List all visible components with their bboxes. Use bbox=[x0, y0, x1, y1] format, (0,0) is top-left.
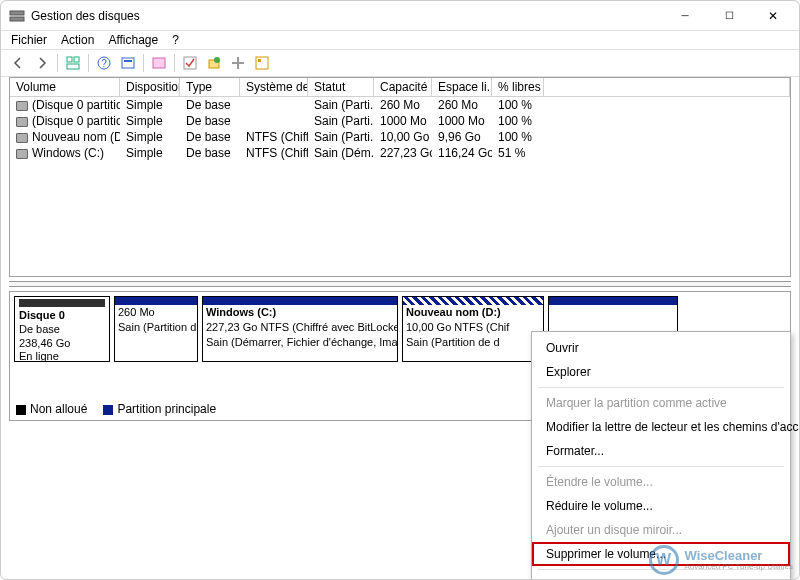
splitter[interactable] bbox=[9, 281, 791, 287]
partition-line2: Sain (Partition du bbox=[115, 320, 197, 335]
cell-statut: Sain (Dém... bbox=[308, 145, 374, 161]
cell-espace: 260 Mo bbox=[432, 97, 492, 113]
maximize-button[interactable]: ☐ bbox=[707, 2, 751, 30]
context-menu-separator bbox=[538, 466, 784, 467]
cell-capacite: 227,23 Go bbox=[374, 145, 432, 161]
cell-statut: Sain (Parti... bbox=[308, 113, 374, 129]
partition[interactable]: 260 MoSain (Partition du bbox=[114, 296, 198, 362]
menu-fichier[interactable]: Fichier bbox=[11, 33, 47, 47]
cell-pct: 100 % bbox=[492, 129, 544, 145]
disk-info[interactable]: Disque 0 De base 238,46 Go En ligne bbox=[14, 296, 110, 362]
col-volume[interactable]: Volume bbox=[10, 78, 120, 97]
properties-icon[interactable] bbox=[251, 52, 273, 74]
menu-help[interactable]: ? bbox=[172, 33, 179, 47]
cell-espace: 9,96 Go bbox=[432, 129, 492, 145]
svg-rect-16 bbox=[258, 59, 261, 62]
col-type[interactable]: Type bbox=[180, 78, 240, 97]
cell-pct: 100 % bbox=[492, 97, 544, 113]
svg-rect-2 bbox=[67, 57, 72, 62]
partition[interactable]: Nouveau nom (D:)10,00 Go NTFS (ChifSain … bbox=[402, 296, 544, 362]
cell-volume: (Disque 0 partition... bbox=[32, 114, 120, 128]
toolbar-divider bbox=[88, 54, 89, 72]
legend-swatch-primary bbox=[103, 405, 113, 415]
context-menu-item[interactable]: Modifier la lettre de lecteur et les che… bbox=[532, 415, 790, 439]
svg-rect-0 bbox=[10, 11, 24, 15]
cell-espace: 1000 Mo bbox=[432, 113, 492, 129]
svg-rect-10 bbox=[184, 57, 196, 69]
cell-volume: Windows (C:) bbox=[32, 146, 104, 160]
app-icon bbox=[9, 8, 25, 24]
cell-capacite: 10,00 Go bbox=[374, 129, 432, 145]
back-button[interactable] bbox=[7, 52, 29, 74]
disk-label: Disque 0 bbox=[19, 309, 65, 321]
volume-list[interactable]: Volume Disposition Type Système de ... S… bbox=[9, 77, 791, 277]
disk-type: De base bbox=[19, 323, 60, 335]
cell-pct: 100 % bbox=[492, 113, 544, 129]
refresh-icon[interactable] bbox=[117, 52, 139, 74]
disk-size: 238,46 Go bbox=[19, 337, 70, 349]
col-statut[interactable]: Statut bbox=[308, 78, 374, 97]
col-disposition[interactable]: Disposition bbox=[120, 78, 180, 97]
cell-capacite: 1000 Mo bbox=[374, 113, 432, 129]
minimize-button[interactable]: ─ bbox=[663, 2, 707, 30]
col-espace[interactable]: Espace li... bbox=[432, 78, 492, 97]
view-button[interactable] bbox=[62, 52, 84, 74]
svg-rect-9 bbox=[153, 58, 165, 68]
cell-disposition: Simple bbox=[120, 97, 180, 113]
cell-capacite: 260 Mo bbox=[374, 97, 432, 113]
legend-unallocated: Non alloué bbox=[30, 402, 87, 416]
add-icon[interactable] bbox=[203, 52, 225, 74]
volume-list-header[interactable]: Volume Disposition Type Système de ... S… bbox=[10, 78, 790, 97]
toolbar: ? bbox=[1, 49, 799, 77]
cell-disposition: Simple bbox=[120, 145, 180, 161]
watermark-name: WiseCleaner bbox=[685, 549, 794, 562]
cell-espace: 116,24 Go bbox=[432, 145, 492, 161]
cell-fs bbox=[240, 113, 308, 129]
context-menu-item[interactable]: Explorer bbox=[532, 360, 790, 384]
cell-type: De base bbox=[180, 145, 240, 161]
svg-rect-15 bbox=[256, 57, 268, 69]
partition-title: Nouveau nom (D:) bbox=[406, 306, 501, 318]
check-icon[interactable] bbox=[179, 52, 201, 74]
menubar: Fichier Action Affichage ? bbox=[1, 31, 799, 49]
table-row[interactable]: Nouveau nom (D:)SimpleDe baseNTFS (Chiff… bbox=[10, 129, 790, 145]
toolbar-divider bbox=[174, 54, 175, 72]
table-row[interactable]: (Disque 0 partition...SimpleDe baseSain … bbox=[10, 113, 790, 129]
legend: Non alloué Partition principale bbox=[16, 402, 216, 416]
col-capacite[interactable]: Capacité bbox=[374, 78, 432, 97]
action-icon[interactable] bbox=[148, 52, 170, 74]
table-row[interactable]: Windows (C:)SimpleDe baseNTFS (Chiffr...… bbox=[10, 145, 790, 161]
window-title: Gestion des disques bbox=[31, 9, 663, 23]
col-pct[interactable]: % libres bbox=[492, 78, 544, 97]
forward-button[interactable] bbox=[31, 52, 53, 74]
settings-icon[interactable] bbox=[227, 52, 249, 74]
cell-volume: (Disque 0 partition... bbox=[32, 98, 120, 112]
wisecleaner-logo-icon: W bbox=[649, 545, 679, 575]
cell-volume: Nouveau nom (D:) bbox=[32, 130, 120, 144]
col-fs[interactable]: Système de ... bbox=[240, 78, 308, 97]
context-menu-item[interactable]: Formater... bbox=[532, 439, 790, 463]
cell-fs bbox=[240, 97, 308, 113]
help-icon[interactable]: ? bbox=[93, 52, 115, 74]
context-menu-item: Marquer la partition comme active bbox=[532, 391, 790, 415]
partition-title: Windows (C:) bbox=[206, 306, 276, 318]
context-menu-item[interactable]: Réduire le volume... bbox=[532, 494, 790, 518]
svg-rect-8 bbox=[124, 60, 132, 62]
titlebar: Gestion des disques ─ ☐ ✕ bbox=[1, 1, 799, 31]
svg-rect-1 bbox=[10, 17, 24, 21]
svg-rect-4 bbox=[67, 64, 79, 69]
close-button[interactable]: ✕ bbox=[751, 2, 795, 30]
cell-type: De base bbox=[180, 97, 240, 113]
watermark: W WiseCleaner Advanced PC Tune-up Utilit… bbox=[649, 545, 794, 575]
menu-affichage[interactable]: Affichage bbox=[108, 33, 158, 47]
context-menu-item[interactable]: Ouvrir bbox=[532, 336, 790, 360]
partition[interactable]: Windows (C:)227,23 Go NTFS (Chiffré avec… bbox=[202, 296, 398, 362]
context-menu: OuvrirExplorerMarquer la partition comme… bbox=[531, 331, 791, 580]
cell-fs: NTFS (Chiffr... bbox=[240, 129, 308, 145]
table-row[interactable]: (Disque 0 partition...SimpleDe baseSain … bbox=[10, 97, 790, 113]
menu-action[interactable]: Action bbox=[61, 33, 94, 47]
svg-point-12 bbox=[214, 57, 220, 63]
partition-line2 bbox=[549, 307, 677, 309]
watermark-tagline: Advanced PC Tune-up Utilities bbox=[685, 562, 794, 571]
partition-line2: Sain (Partition de d bbox=[403, 335, 543, 350]
